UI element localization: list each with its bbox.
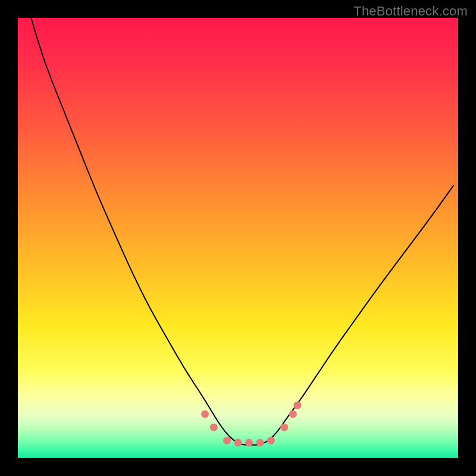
curve-marker [201,411,209,418]
curve-marker [210,424,218,431]
plot-area [18,18,458,458]
curve-marker [256,439,264,447]
curve-marker [223,437,231,444]
curve-marker [293,402,301,409]
curve-layer [18,18,458,458]
curve-marker [245,439,253,447]
marker-group [201,402,301,447]
curve-marker [234,439,242,447]
chart-frame: TheBottleneck.com [0,0,476,476]
bottleneck-curve [31,18,453,445]
watermark-text: TheBottleneck.com [353,4,468,19]
curve-marker [289,411,297,418]
curve-marker [267,437,275,444]
curve-marker [280,424,288,431]
